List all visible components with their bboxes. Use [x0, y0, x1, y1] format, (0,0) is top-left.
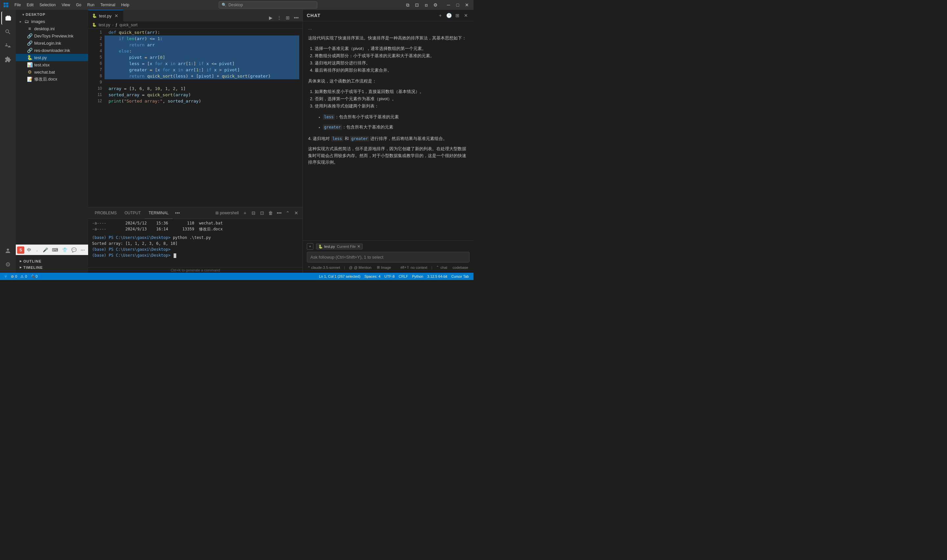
global-search[interactable]: 🔍 Desktop [219, 1, 317, 9]
tab-terminal[interactable]: TERMINAL [145, 208, 172, 219]
chat-close-icon[interactable]: ✕ [462, 12, 470, 19]
ime-chinese[interactable]: 中 [26, 247, 32, 253]
close-panel-icon[interactable]: ✕ [293, 209, 300, 217]
image-icon: ⊞ [377, 265, 380, 269]
panel-more-icon[interactable]: ••• [174, 209, 181, 217]
breadcrumb-symbol[interactable]: quick_sort [119, 23, 137, 27]
sidebar-item-devtoys[interactable]: 🔗 DevToys Preview.lnk [16, 32, 88, 40]
terminal-prompt-3: (base) PS C:\Users\gaoxi\Desktop> [92, 253, 170, 258]
scrollbar[interactable] [299, 29, 302, 207]
sidebar-item-desktop-ini[interactable]: ≡ desktop.ini [16, 25, 88, 32]
more-actions-icon[interactable]: ••• [293, 14, 300, 22]
svg-rect-2 [4, 5, 6, 7]
kill-terminal-icon[interactable]: 🗑 [267, 209, 274, 217]
encoding-info[interactable]: UTF-8 [382, 273, 397, 280]
chat-bullet-greater: • greater：包含所有大于基准的元素 [319, 124, 468, 131]
file-tag-close-icon[interactable]: ✕ [357, 244, 360, 249]
menu-run[interactable]: Run [85, 2, 97, 8]
terminal-more-icon[interactable]: ••• [276, 209, 283, 217]
run-button[interactable]: ▶ [267, 14, 274, 22]
python-tab-icon: 🐍 [92, 14, 97, 18]
menu-help[interactable]: Help [119, 2, 132, 8]
sidebar-item-images[interactable]: ▸ 🗂 images [16, 18, 88, 25]
layout-panel-icon[interactable]: ⊡ [259, 209, 266, 217]
ime-voice[interactable]: 🎤 [42, 248, 49, 252]
indent-info[interactable]: Spaces: 4 [362, 273, 382, 280]
terminal-cmd-group-3: (base) PS C:\Users\gaoxi\Desktop> [92, 252, 299, 258]
tab-test-py[interactable]: 🐍 test.py ✕ [88, 10, 123, 22]
terminal-content[interactable]: -a---- 2024/5/12 15:36 110 wechat.bat -a… [88, 219, 302, 267]
settings-icon[interactable]: ⚙ [431, 2, 439, 8]
tab-problems[interactable]: PROBLEMS [91, 208, 121, 219]
panel-toggle[interactable]: ⊡ [413, 2, 421, 8]
cursor-position[interactable]: Ln 1, Col 1 (267 selected) [317, 273, 362, 280]
ime-bubble[interactable]: 💬 [70, 248, 78, 252]
menu-selection[interactable]: Selection [37, 2, 58, 8]
timeline-section[interactable]: ▸ TIMELINE [16, 264, 88, 270]
cursor-tab-info[interactable]: Cursor Tab [449, 273, 471, 280]
docx-icon: 📝 [27, 77, 32, 82]
tab-output[interactable]: OUTPUT [121, 208, 145, 219]
titlebar: File Edit Selection View Go Run Terminal… [0, 0, 473, 10]
run-debug-split[interactable]: ⋮ [276, 14, 283, 22]
git-branch[interactable]: ⑂ [3, 273, 9, 280]
ime-punct[interactable]: ， [34, 248, 40, 252]
menu-terminal[interactable]: Terminal [98, 2, 118, 8]
maximize-button[interactable]: □ [454, 2, 462, 8]
manage-icon[interactable]: ⚙ [1, 258, 14, 271]
alt-context-toggle[interactable]: alt+⇧ no context [399, 265, 429, 270]
remote-info[interactable]: 🔌 0 [29, 273, 40, 280]
chat-expand-icon[interactable]: ⊞ [454, 12, 461, 19]
image-button[interactable]: ⊞ Image [376, 265, 393, 270]
status-bar: ⑂ ⊘ 0 ⚠ 0 🔌 0 Ln 1, Col 1 (267 selected)… [0, 273, 473, 280]
codebase-toggle[interactable]: codebase [451, 265, 470, 270]
add-context-button[interactable]: + [307, 243, 313, 250]
ime-emoji[interactable]: 👕 [61, 248, 69, 252]
sidebar-item-morelogin[interactable]: 🔗 MoreLogin.lnk [16, 40, 88, 47]
minimize-button[interactable]: ─ [445, 2, 453, 8]
sidebar-item-res-downloader[interactable]: 🔗 res-downloader.lnk [16, 47, 88, 54]
search-icon[interactable] [1, 25, 14, 38]
language-info[interactable]: Python [410, 273, 425, 280]
extensions-icon[interactable] [1, 53, 14, 66]
explorer-icon[interactable] [1, 11, 14, 25]
sidebar-item-test-xlsx[interactable]: 📊 test.xlsx [16, 61, 88, 68]
source-control-icon[interactable] [1, 39, 14, 52]
chat-title: CHAT [307, 13, 320, 18]
breadcrumb-file[interactable]: test.py [99, 23, 110, 27]
menu-file[interactable]: File [12, 2, 23, 8]
accounts-icon[interactable] [1, 244, 14, 257]
sidebar-item-test-py[interactable]: 🐍 test.py [16, 54, 88, 61]
model-selector[interactable]: ^ claude-3.5-sonnet [307, 265, 341, 270]
menu-go[interactable]: Go [73, 2, 84, 8]
menu-edit[interactable]: Edit [24, 2, 36, 8]
tab-close-button[interactable]: ✕ [114, 13, 119, 19]
breadcrumb-separator: › [112, 23, 114, 27]
terminal-hint: Ctrl+K to generate a command [171, 268, 220, 272]
sidebar-item-wechat-bat[interactable]: ⚙ wechat.bat [16, 68, 88, 75]
sidebar-toggle[interactable]: ⧈ [422, 2, 430, 8]
split-editor[interactable]: ⊞ [284, 14, 291, 22]
close-button[interactable]: ✕ [463, 2, 471, 8]
chat-history-icon[interactable]: 🕐 [445, 12, 453, 19]
terminal-line-1: -a---- 2024/5/12 15:36 110 wechat.bat [92, 220, 299, 226]
new-terminal-icon[interactable]: + [241, 209, 249, 217]
new-chat-icon[interactable]: + [437, 12, 444, 19]
layout-toggle[interactable]: ⧉ [404, 2, 412, 8]
split-terminal-icon[interactable]: ⊟ [250, 209, 257, 217]
error-count[interactable]: ⊘ 0 ⚠ 0 [9, 273, 29, 280]
line-ending-info[interactable]: CRLF [397, 273, 410, 280]
menu-view[interactable]: View [59, 2, 73, 8]
mention-button[interactable]: @ @ Mention [348, 265, 373, 270]
code-editor[interactable]: def quick_sort(arr): if len(arr) <= 1: r… [105, 29, 299, 207]
outline-section[interactable]: ▸ OUTLINE [16, 258, 88, 264]
python-version-info[interactable]: 3.12.5 64-bit [425, 273, 449, 280]
ime-more[interactable]: ⋯ [79, 248, 86, 252]
chat-mode-toggle[interactable]: ⌃ chat [435, 265, 448, 270]
chat-input[interactable]: Ask followup (Ctrl+Shift+Y), 1 to select [307, 252, 470, 263]
sidebar-item-xiugaihou[interactable]: 📝 修改后.docx [16, 75, 88, 83]
maximize-panel-icon[interactable]: ⌃ [284, 209, 291, 217]
ime-keyboard[interactable]: ⌨ [51, 248, 60, 252]
excel-icon: 📊 [27, 62, 32, 68]
sidebar: ▾ DESKTOP ▸ 🗂 images ≡ desktop.ini 🔗 Dev… [16, 10, 88, 273]
